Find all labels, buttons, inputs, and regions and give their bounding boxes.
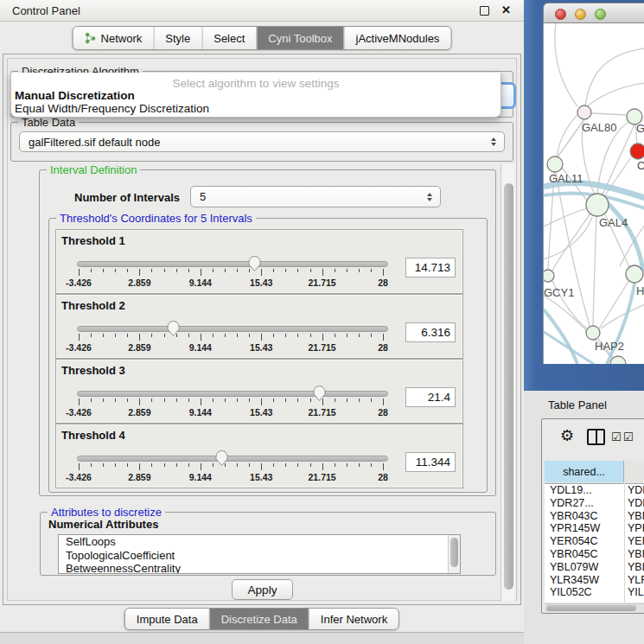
top-tab-bar: NetworkStyleSelectCyni ToolboxjActiveMNo… [73, 26, 452, 50]
tick-label: 21.715 [298, 342, 347, 353]
slider-handle[interactable] [312, 384, 327, 402]
attribute-list-item[interactable]: BetweennessCentrality [59, 562, 460, 574]
algorithm-option-equal-width-frequency-discretization[interactable]: Equal Width/Frequency Discretization [15, 102, 209, 115]
number-of-intervals-combo[interactable]: 5 [190, 186, 441, 207]
close-light-red-icon[interactable] [555, 9, 566, 20]
tab-cyni-toolbox[interactable]: Cyni Toolbox [256, 27, 343, 49]
node-label: GAL11 [549, 172, 583, 185]
slider-handle[interactable] [214, 449, 229, 467]
float-window-icon[interactable] [480, 6, 489, 16]
network-node-hap2[interactable] [586, 326, 600, 340]
threshold-value-field[interactable]: 11.344 [405, 452, 456, 472]
network-edge [555, 23, 577, 106]
threshold-row-2: Threshold 2-3.4262.8599.14415.4321.71528… [55, 294, 463, 359]
network-thick-edge [544, 332, 594, 364]
table-hscrollbar-thumb[interactable] [546, 605, 636, 611]
table-row[interactable]: YBL079WYBL0 [545, 561, 644, 574]
tab-label: jActiveMNodules [356, 32, 440, 45]
tick-label: 28 [359, 277, 407, 288]
threshold-value-field[interactable]: 6.316 [405, 322, 456, 342]
threshold-label: Threshold 2 [61, 299, 125, 312]
tick-label: 2.859 [115, 407, 163, 418]
number-of-intervals-value: 5 [200, 190, 206, 203]
table-row[interactable]: YLR345WYLR3 [545, 574, 644, 587]
slider-track[interactable] [77, 326, 388, 332]
attribute-list-item[interactable]: TopologicalCoefficient [59, 549, 460, 563]
tick-label: 15.43 [237, 277, 285, 288]
close-icon[interactable]: ✕ [501, 3, 511, 16]
tab-infer-network[interactable]: Infer Network [309, 609, 399, 629]
table-hscrollbar[interactable] [545, 603, 644, 613]
thresholds-group-title: Threshold's Coordinates for 5 Intervals [56, 212, 256, 225]
zoom-light-green-icon[interactable] [595, 9, 606, 20]
table-row[interactable]: YER054CYER0 [545, 535, 644, 548]
combo-spinner-icon[interactable] [427, 193, 432, 201]
table-row[interactable]: YPR145WYPR1 [545, 522, 644, 535]
cell-shared-name: YER054C [550, 535, 621, 547]
column-header-shared[interactable]: shared... [545, 461, 624, 482]
slider-handle[interactable] [247, 254, 262, 272]
table-row[interactable]: YDR27...YDR2 [545, 497, 644, 510]
tab-style[interactable]: Style [153, 27, 201, 49]
network-canvas[interactable]: GAL80GACGAL11GAL4GCY1HHAP2 [543, 23, 644, 364]
network-node-gal11[interactable] [547, 156, 563, 172]
node-label: H [636, 284, 644, 297]
threshold-row-1: Threshold 1-3.4262.8599.14415.4321.71528… [55, 229, 463, 294]
cell-shared-name: YLR345W [550, 574, 621, 586]
combo-spinner-icon[interactable] [491, 137, 496, 146]
attribute-list-item[interactable]: SelfLoops [59, 535, 460, 549]
node-label: GAL80 [582, 121, 616, 134]
network-node-gal4[interactable] [586, 194, 609, 216]
algorithm-option-manual-discretization[interactable]: Manual Discretization [15, 89, 135, 102]
window-title: Control Panel [12, 4, 80, 17]
tick-label: -3.426 [54, 472, 103, 482]
number-of-intervals-label: Number of Intervals [74, 191, 180, 204]
network-node-c[interactable] [630, 143, 644, 159]
cell-shared-name: YDL19... [550, 484, 621, 496]
column-header-n[interactable]: n [624, 461, 644, 482]
tab-label: Network [101, 32, 143, 45]
slider-track[interactable] [77, 456, 388, 462]
cell-name: YDL1 [628, 484, 644, 496]
slider-ticks [79, 463, 383, 471]
tick-label: 15.43 [237, 407, 285, 418]
tick-label: 2.859 [115, 472, 163, 482]
table-data-combo[interactable]: galFiltered.sif default node [19, 131, 505, 152]
network-node-h[interactable] [626, 265, 643, 283]
table-row[interactable]: YBR045CYBR0 [545, 548, 644, 561]
slider-ticks [79, 399, 383, 406]
table-row[interactable]: YIL052CYIL0 [545, 586, 644, 599]
network-window-titlebar[interactable] [543, 3, 644, 23]
checkbox-icon[interactable]: ☑ [611, 430, 622, 443]
panel-scrollbar[interactable] [501, 164, 515, 601]
slider-handle[interactable] [166, 319, 181, 337]
threshold-label: Threshold 3 [61, 364, 125, 377]
slider-track[interactable] [77, 391, 388, 397]
network-node-gal80[interactable] [577, 105, 591, 119]
gear-icon[interactable]: ⚙ [560, 426, 574, 445]
network-node-gcy1[interactable] [544, 270, 554, 282]
panel-scrollbar-thumb[interactable] [504, 183, 513, 590]
cell-name: YDR2 [628, 497, 644, 509]
table-data-combo-value: galFiltered.sif default node [29, 136, 160, 149]
tab-impute-data[interactable]: Impute Data [125, 609, 209, 629]
tick-label: 9.144 [176, 407, 225, 418]
minimize-light-yellow-icon[interactable] [575, 9, 586, 20]
threshold-value-field[interactable]: 14.713 [405, 258, 456, 277]
table-row[interactable]: YDL19...YDL1 [545, 484, 644, 497]
network-edge [557, 119, 584, 158]
tab-select[interactable]: Select [201, 27, 256, 49]
slider-ticks [79, 269, 383, 277]
tab-jactivemnodules[interactable]: jActiveMNodules [344, 27, 451, 49]
split-view-icon[interactable] [587, 429, 605, 445]
tick-label: 28 [359, 472, 407, 482]
threshold-value-field[interactable]: 21.4 [405, 387, 456, 407]
tab-discretize-data[interactable]: Discretize Data [209, 609, 309, 629]
apply-button[interactable]: Apply [232, 579, 293, 600]
tab-network[interactable]: Network [73, 27, 154, 49]
checkbox-icon[interactable]: ☑ [623, 430, 634, 443]
slider-track[interactable] [77, 261, 388, 267]
list-scrollbar[interactable] [448, 535, 460, 573]
table-row[interactable]: YBR043CYBR0 [545, 510, 644, 523]
cell-shared-name: YBL079W [550, 561, 621, 573]
